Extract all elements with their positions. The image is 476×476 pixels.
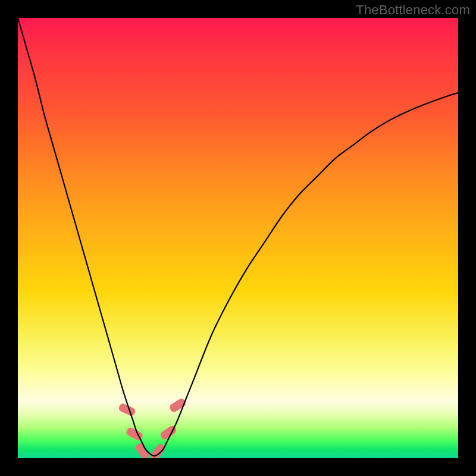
- curve-layer: [18, 18, 458, 458]
- chart-stage: TheBottleneck.com: [0, 0, 476, 476]
- plot-area: [18, 18, 458, 458]
- curve-marker: [168, 397, 187, 414]
- bottleneck-curve: [18, 18, 458, 456]
- watermark-text: TheBottleneck.com: [356, 2, 470, 18]
